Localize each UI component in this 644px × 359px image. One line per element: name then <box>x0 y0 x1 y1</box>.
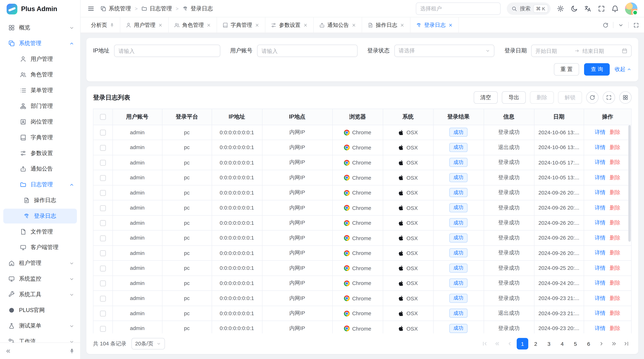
breadcrumb-item[interactable]: 日志管理 <box>141 5 172 12</box>
sidebar-item-file-management[interactable]: 文件管理 <box>0 224 80 240</box>
sidebar-toggle-button[interactable] <box>87 5 95 12</box>
sidebar-item-dept-management[interactable]: 部门管理 <box>0 98 80 114</box>
page-button-2[interactable]: 2 <box>530 338 542 350</box>
row-checkbox[interactable] <box>100 145 106 151</box>
export-button[interactable]: 导出 <box>502 91 526 104</box>
global-search-button[interactable]: 搜索 ⌘ K <box>506 2 550 15</box>
close-tab-icon[interactable] <box>400 22 405 27</box>
sidebar-item-log-management[interactable]: 日志管理 <box>0 177 80 193</box>
row-checkbox[interactable] <box>100 220 106 226</box>
clear-button[interactable]: 清空 <box>474 91 498 104</box>
detail-link[interactable]: 详情 <box>595 280 606 286</box>
page-button-5[interactable]: 5 <box>570 338 581 350</box>
tenant-select-input[interactable] <box>416 2 500 15</box>
detail-link[interactable]: 详情 <box>595 204 606 211</box>
jump-forward-button[interactable] <box>608 338 619 350</box>
start-date-input[interactable] <box>536 48 572 54</box>
row-checkbox[interactable] <box>100 205 106 211</box>
end-date-input[interactable] <box>582 48 619 54</box>
columns-button[interactable] <box>619 91 632 104</box>
sidebar-item-test-menu[interactable]: 测试菜单 <box>0 318 80 334</box>
query-button[interactable]: 查 询 <box>584 63 610 76</box>
moon-button[interactable] <box>570 5 578 12</box>
sidebar-item-system-tools[interactable]: 系统工具 <box>0 287 80 303</box>
page-button-1[interactable]: 1 <box>517 338 528 350</box>
row-checkbox[interactable] <box>100 296 106 301</box>
delete-link[interactable]: 删除 <box>610 174 620 181</box>
tab-notice[interactable]: 通知公告 <box>314 17 362 32</box>
first-page-button[interactable] <box>480 338 490 350</box>
fullscreen-button[interactable] <box>603 91 615 104</box>
pin-sidebar-icon[interactable] <box>69 348 75 354</box>
detail-link[interactable]: 详情 <box>595 235 606 241</box>
delete-link[interactable]: 删除 <box>610 325 620 331</box>
delete-link[interactable]: 删除 <box>610 265 620 271</box>
sidebar-item-operation-log[interactable]: 操作日志 <box>0 193 80 208</box>
row-checkbox[interactable] <box>100 130 106 135</box>
user-account-input[interactable] <box>257 45 358 57</box>
detail-link[interactable]: 详情 <box>595 310 606 316</box>
user-avatar[interactable] <box>625 2 638 15</box>
close-tab-icon[interactable] <box>448 22 453 27</box>
fullscreen-button[interactable] <box>598 5 605 12</box>
sidebar-item-system-management[interactable]: 系统管理 <box>0 35 80 51</box>
delete-link[interactable]: 删除 <box>610 310 620 316</box>
refresh-tab-icon[interactable] <box>603 22 608 28</box>
tab-user-management[interactable]: 用户管理 <box>120 17 168 32</box>
sidebar-item-menu-management[interactable]: 菜单管理 <box>0 83 80 98</box>
collapse-sidebar-icon[interactable] <box>5 348 11 354</box>
row-checkbox[interactable] <box>100 266 106 271</box>
jump-back-button[interactable] <box>492 338 503 350</box>
next-page-button[interactable] <box>596 338 607 350</box>
delete-link[interactable]: 删除 <box>610 235 620 241</box>
sidebar-item-post-management[interactable]: 岗位管理 <box>0 114 80 130</box>
tab-login-log[interactable]: 登录日志 <box>410 17 459 32</box>
page-size-select[interactable]: 20条/页 <box>132 338 165 350</box>
delete-button[interactable]: 删除 <box>530 91 554 104</box>
detail-link[interactable]: 详情 <box>595 295 606 301</box>
sidebar-item-notice[interactable]: 通知公告 <box>0 161 80 177</box>
delete-link[interactable]: 删除 <box>610 204 620 211</box>
sidebar-item-dict-management[interactable]: 字典管理 <box>0 130 80 146</box>
detail-link[interactable]: 详情 <box>595 265 606 271</box>
tab-param-settings[interactable]: 参数设置 <box>265 17 314 32</box>
login-date-range-picker[interactable] <box>531 45 632 57</box>
sidebar-item-user-management[interactable]: 用户管理 <box>0 51 80 67</box>
delete-link[interactable]: 删除 <box>610 220 620 226</box>
row-checkbox[interactable] <box>100 190 106 196</box>
page-button-6[interactable]: 6 <box>583 338 594 350</box>
translate-button[interactable] <box>584 5 592 12</box>
tab-operation-log[interactable]: 操作日志 <box>362 17 410 32</box>
sidebar-item-system-monitor[interactable]: 系统监控 <box>0 271 80 287</box>
row-checkbox[interactable] <box>100 160 106 166</box>
close-tab-icon[interactable] <box>206 22 211 27</box>
sidebar-item-plus-website[interactable]: PLUS官网 <box>0 302 80 318</box>
row-checkbox[interactable] <box>100 326 106 332</box>
bell-button[interactable] <box>612 5 619 12</box>
breadcrumb-item[interactable]: 系统管理 <box>100 5 131 12</box>
delete-link[interactable]: 删除 <box>610 280 620 286</box>
content-fullscreen-icon[interactable] <box>633 22 639 28</box>
scrollbar-thumb[interactable] <box>628 125 631 242</box>
delete-link[interactable]: 删除 <box>610 159 620 165</box>
tab-analysis[interactable]: 分析页 <box>86 17 120 32</box>
breadcrumb-item[interactable]: 登录日志 <box>182 5 213 12</box>
delete-link[interactable]: 删除 <box>610 250 620 256</box>
close-tab-icon[interactable] <box>158 22 163 27</box>
sidebar-item-role-management[interactable]: 角色管理 <box>0 67 80 83</box>
last-page-button[interactable] <box>621 338 632 350</box>
detail-link[interactable]: 详情 <box>595 174 606 181</box>
sidebar-item-workflow[interactable]: 工作流 <box>0 334 80 343</box>
detail-link[interactable]: 详情 <box>595 159 606 165</box>
row-checkbox[interactable] <box>100 281 106 286</box>
sidebar-item-login-log[interactable]: 登录日志 <box>3 209 77 224</box>
unlock-button[interactable]: 解锁 <box>558 91 582 104</box>
row-checkbox[interactable] <box>100 250 106 256</box>
sidebar-item-client-management[interactable]: 客户端管理 <box>0 240 80 255</box>
app-logo[interactable]: Plus Admin <box>0 0 80 18</box>
detail-link[interactable]: 详情 <box>595 220 606 226</box>
tab-role-management[interactable]: 角色管理 <box>169 17 217 32</box>
detail-link[interactable]: 详情 <box>595 325 606 331</box>
page-button-4[interactable]: 4 <box>556 338 568 350</box>
select-all-checkbox[interactable] <box>100 114 106 120</box>
